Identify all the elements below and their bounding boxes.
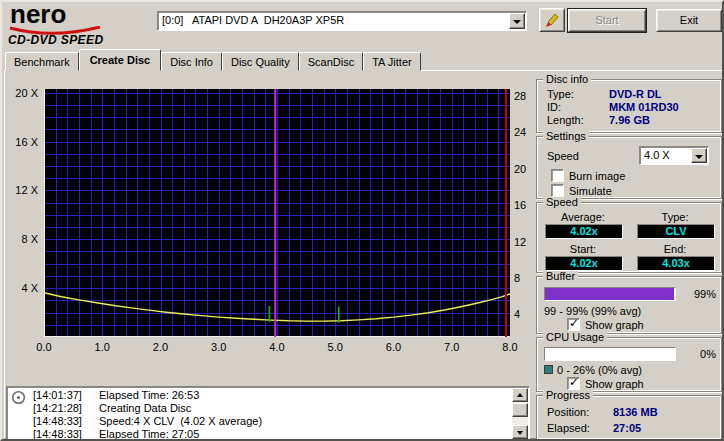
disc-length-label: Length: bbox=[547, 114, 584, 126]
log-entry: [14:48:33]Speed:4 X CLV (4.02 X average) bbox=[33, 415, 511, 428]
log-entries: [14:01:37]Elapsed Time: 26:53[14:21:28]C… bbox=[33, 389, 511, 441]
write-options-button[interactable] bbox=[539, 8, 565, 32]
settings-group: Settings Speed 4.0 X Burn image Simulate bbox=[536, 136, 722, 199]
arrow-down-icon bbox=[517, 431, 523, 435]
average-label: Average: bbox=[543, 211, 623, 223]
cpu-graph-color-swatch bbox=[544, 365, 553, 374]
checkmark-icon: ✓ bbox=[569, 375, 579, 389]
progress-group: Progress Position: 8136 MB Elapsed: 27:0… bbox=[536, 395, 722, 440]
y-tick-left: 20 X bbox=[15, 87, 38, 99]
log-entry: [14:01:37]Elapsed Time: 26:53 bbox=[33, 389, 511, 402]
write-type-display: CLV bbox=[637, 224, 715, 239]
log-entry: [14:48:33]Elapsed Time: 27:05 bbox=[33, 428, 511, 441]
chevron-down-icon bbox=[695, 155, 703, 159]
buffer-bar-fill bbox=[545, 288, 674, 300]
x-tick: 0.0 bbox=[29, 341, 59, 353]
start-button-label: Start bbox=[569, 10, 645, 31]
chart-canvas bbox=[44, 89, 510, 337]
y-tick-left: 12 X bbox=[15, 184, 38, 196]
disc-type-value: DVD-R DL bbox=[609, 88, 662, 100]
start-button[interactable]: Start bbox=[568, 9, 646, 32]
scrollbar[interactable] bbox=[512, 388, 528, 439]
buffer-title: Buffer bbox=[543, 271, 578, 282]
x-tick: 4.0 bbox=[262, 341, 292, 353]
disc-info-title: Disc info bbox=[543, 74, 591, 85]
logo-subtitle: CD-DVD SPEED bbox=[8, 33, 103, 47]
disc-id-label: ID: bbox=[547, 101, 561, 113]
pen-icon bbox=[543, 11, 561, 29]
buffer-show-graph-checkbox[interactable]: ✓ bbox=[567, 318, 580, 331]
cpu-show-graph-label: Show graph bbox=[585, 378, 644, 390]
exit-button-label: Exit bbox=[657, 10, 721, 31]
drive-selector-value: [0:0] ATAPI DVD A DH20A3P XP5R bbox=[162, 14, 508, 26]
y-tick-left: 8 X bbox=[21, 233, 38, 245]
position-label: Position: bbox=[547, 406, 589, 418]
end-speed-display: 4.03x bbox=[637, 256, 715, 271]
tab-create-disc[interactable]: Create Disc bbox=[79, 49, 162, 71]
arrow-up-icon bbox=[517, 393, 523, 397]
exit-button[interactable]: Exit bbox=[656, 9, 722, 32]
drive-selector-dropdown-button[interactable] bbox=[509, 13, 525, 29]
speed-select[interactable]: 4.0 X bbox=[639, 146, 709, 165]
burn-image-checkbox[interactable] bbox=[551, 169, 564, 182]
x-tick: 6.0 bbox=[379, 341, 409, 353]
burn-image-label: Burn image bbox=[569, 170, 625, 182]
speed-select-dropdown-button[interactable] bbox=[691, 148, 707, 163]
cpu-percent: 0% bbox=[676, 348, 716, 360]
scroll-down-button[interactable] bbox=[512, 425, 528, 439]
progress-title: Progress bbox=[543, 390, 593, 401]
disc-id-value: MKM 01RD30 bbox=[609, 101, 679, 113]
log-entry: [14:21:28]Creating Data Disc bbox=[33, 402, 511, 415]
type-label: Type: bbox=[635, 211, 715, 223]
x-tick: 5.0 bbox=[320, 341, 350, 353]
cpu-usage-title: CPU Usage bbox=[543, 332, 607, 343]
disc-length-value: 7.96 GB bbox=[609, 114, 650, 126]
scrollbar-thumb[interactable] bbox=[512, 403, 528, 417]
buffer-percent: 99% bbox=[676, 288, 716, 300]
tab-disc-quality[interactable]: Disc Quality bbox=[222, 52, 299, 71]
drive-selector[interactable]: [0:0] ATAPI DVD A DH20A3P XP5R bbox=[157, 11, 527, 31]
buffer-range: 99 - 99% (99% avg) bbox=[544, 305, 641, 317]
tab-disc-info[interactable]: Disc Info bbox=[161, 52, 222, 71]
speed-select-value: 4.0 X bbox=[644, 149, 690, 161]
nero-cd-dvd-speed-window: nero CD-DVD SPEED [0:0] ATAPI DVD A DH20… bbox=[0, 0, 724, 441]
tab-bar: BenchmarkCreate DiscDisc InfoDisc Qualit… bbox=[5, 49, 421, 71]
position-value: 8136 MB bbox=[613, 406, 658, 418]
x-tick: 7.0 bbox=[437, 341, 467, 353]
disc-icon bbox=[11, 390, 26, 405]
y-tick-right: 24 bbox=[514, 126, 526, 138]
end-speed-label: End: bbox=[635, 243, 715, 255]
y-axis-right-labels: 282420161284 bbox=[513, 89, 534, 341]
elapsed-value: 27:05 bbox=[613, 422, 641, 434]
x-tick: 2.0 bbox=[146, 341, 176, 353]
buffer-bar bbox=[544, 287, 676, 301]
elapsed-label: Elapsed: bbox=[547, 422, 590, 434]
tab-scandisc[interactable]: ScanDisc bbox=[299, 52, 363, 71]
scroll-up-button[interactable] bbox=[512, 388, 528, 402]
y-tick-right: 8 bbox=[514, 272, 520, 284]
log-list[interactable]: [14:01:37]Elapsed Time: 26:53[14:21:28]C… bbox=[6, 386, 530, 441]
logo-nero-text: nero bbox=[10, 1, 66, 27]
x-tick: 3.0 bbox=[204, 341, 234, 353]
tab-benchmark[interactable]: Benchmark bbox=[5, 52, 79, 71]
disc-type-label: Type: bbox=[547, 88, 574, 100]
y-axis-left-labels: 20 X16 X12 X8 X4 X bbox=[2, 89, 41, 341]
speed-label: Speed bbox=[547, 150, 579, 162]
start-speed-label: Start: bbox=[543, 243, 623, 255]
x-tick: 1.0 bbox=[87, 341, 117, 353]
settings-title: Settings bbox=[543, 131, 589, 142]
start-speed-display: 4.02x bbox=[545, 256, 623, 271]
speed-group: Speed Average: Type: 4.02x CLV Start: En… bbox=[536, 202, 722, 273]
buffer-show-graph-label: Show graph bbox=[585, 319, 644, 331]
y-tick-right: 4 bbox=[514, 308, 520, 320]
chevron-down-icon bbox=[513, 20, 521, 24]
speed-group-title: Speed bbox=[543, 197, 581, 208]
buffer-group: Buffer 99% 99 - 99% (99% avg) ✓ Show gra… bbox=[536, 276, 722, 334]
tab-ta-jitter[interactable]: TA Jitter bbox=[363, 52, 421, 71]
cpu-usage-group: CPU Usage 0% 0 - 26% (0% avg) ✓ Show gra… bbox=[536, 337, 722, 392]
y-tick-left: 16 X bbox=[15, 136, 38, 148]
checkmark-icon: ✓ bbox=[569, 316, 579, 330]
chart-plot bbox=[44, 89, 510, 337]
x-tick: 8.0 bbox=[495, 341, 525, 353]
app-logo: nero CD-DVD SPEED bbox=[8, 5, 153, 47]
